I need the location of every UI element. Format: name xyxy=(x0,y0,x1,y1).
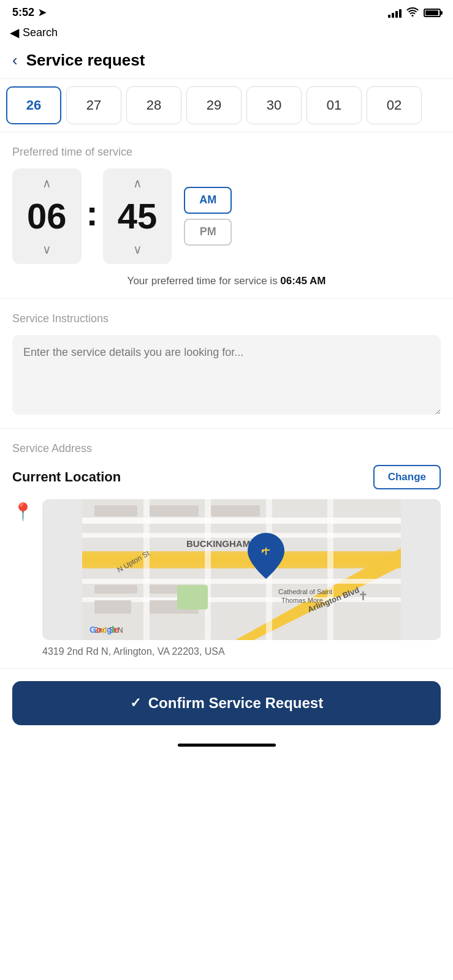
svg-rect-9 xyxy=(205,499,211,640)
time-colon: : xyxy=(86,192,98,239)
minutes-column: ∧ 45 ∨ xyxy=(103,168,172,264)
svg-rect-29 xyxy=(265,548,267,555)
svg-text:Cathedral of Saint: Cathedral of Saint xyxy=(278,588,332,595)
back-nav-arrow: ◀ xyxy=(10,25,19,40)
svg-rect-12 xyxy=(94,505,137,516)
svg-rect-15 xyxy=(94,585,137,594)
map-container: N Upton St BUCKINGHAM 2nd St N Arlington… xyxy=(42,499,441,657)
confirm-section: ✓ Confirm Service Request xyxy=(0,669,453,735)
date-item-01[interactable]: 01 xyxy=(306,86,362,124)
svg-rect-5 xyxy=(82,533,401,538)
service-address-label: Service Address xyxy=(12,442,441,455)
status-icons xyxy=(388,7,441,19)
confirm-button-label: Confirm Service Request xyxy=(148,695,323,712)
back-nav[interactable]: ◀ Search xyxy=(0,23,453,45)
hours-up-button[interactable]: ∧ xyxy=(42,173,51,193)
time-display: 5:52 xyxy=(12,6,34,19)
page-back-button[interactable]: ‹ xyxy=(12,51,18,70)
svg-rect-14 xyxy=(211,505,260,516)
svg-rect-19 xyxy=(177,585,208,609)
page-header: ‹ Service request xyxy=(0,45,453,79)
svg-rect-4 xyxy=(82,518,401,524)
status-bar: 5:52 ➤ xyxy=(0,0,453,23)
address-row: 📍 xyxy=(12,499,441,657)
change-button[interactable]: Change xyxy=(373,465,441,489)
service-instructions-section: Service Instructions xyxy=(0,299,453,429)
status-time: 5:52 ➤ xyxy=(12,6,46,19)
time-summary-value: 06:45 AM xyxy=(280,275,325,287)
svg-rect-30 xyxy=(262,549,270,551)
ampm-container: AM PM xyxy=(184,187,232,246)
svg-rect-13 xyxy=(150,505,199,516)
date-picker: 26 27 28 29 30 01 02 xyxy=(0,79,453,132)
svg-rect-17 xyxy=(94,600,131,614)
pin-icon: 📍 xyxy=(12,502,34,522)
minutes-value: 45 xyxy=(118,193,158,239)
svg-text:Thomas More: Thomas More xyxy=(281,597,323,604)
address-header: Current Location Change xyxy=(12,465,441,489)
time-summary: Your preferred time for service is 06:45… xyxy=(12,275,441,287)
current-location-label: Current Location xyxy=(12,469,121,485)
battery-icon xyxy=(424,9,441,17)
home-indicator xyxy=(178,744,276,747)
date-item-28[interactable]: 28 xyxy=(126,86,181,124)
pm-button[interactable]: PM xyxy=(184,219,232,246)
date-item-30[interactable]: 30 xyxy=(246,86,302,124)
hours-value: 06 xyxy=(27,193,67,239)
am-button[interactable]: AM xyxy=(184,187,232,214)
time-picker: ∧ 06 ∨ : ∧ 45 ∨ AM PM xyxy=(12,168,441,264)
service-address-section: Service Address Current Location Change … xyxy=(0,429,453,669)
date-item-29[interactable]: 29 xyxy=(186,86,242,124)
svg-text:✝: ✝ xyxy=(358,589,368,603)
minutes-up-button[interactable]: ∧ xyxy=(133,173,142,193)
address-text: 4319 2nd Rd N, Arlington, VA 22203, USA xyxy=(42,646,441,657)
confirm-button[interactable]: ✓ Confirm Service Request xyxy=(12,681,441,725)
svg-rect-11 xyxy=(327,499,333,640)
date-item-26[interactable]: 26 xyxy=(6,86,61,124)
hours-down-button[interactable]: ∨ xyxy=(42,239,51,259)
service-instructions-input[interactable] xyxy=(12,335,441,415)
back-nav-label: Search xyxy=(23,26,58,39)
date-item-27[interactable]: 27 xyxy=(66,86,121,124)
wifi-icon xyxy=(406,7,419,19)
bottom-bar xyxy=(0,735,453,759)
svg-text:Google: Google xyxy=(89,625,119,635)
minutes-down-button[interactable]: ∨ xyxy=(133,239,142,259)
svg-rect-6 xyxy=(82,579,401,584)
svg-text:BUCKINGHAM: BUCKINGHAM xyxy=(186,538,250,549)
time-summary-prefix: Your preferred time for service is xyxy=(128,275,281,287)
svg-rect-8 xyxy=(143,499,150,640)
page-title: Service request xyxy=(26,51,145,70)
hours-column: ∧ 06 ∨ xyxy=(12,168,82,264)
map-image: N Upton St BUCKINGHAM 2nd St N Arlington… xyxy=(42,499,441,640)
date-item-02[interactable]: 02 xyxy=(367,86,422,124)
confirm-check-icon: ✓ xyxy=(130,695,141,711)
preferred-time-section: Preferred time of service ∧ 06 ∨ : ∧ 45 … xyxy=(0,132,453,299)
service-instructions-label: Service Instructions xyxy=(12,312,441,325)
signal-bars xyxy=(388,8,402,18)
preferred-time-label: Preferred time of service xyxy=(12,146,441,159)
location-icon: ➤ xyxy=(38,7,46,18)
